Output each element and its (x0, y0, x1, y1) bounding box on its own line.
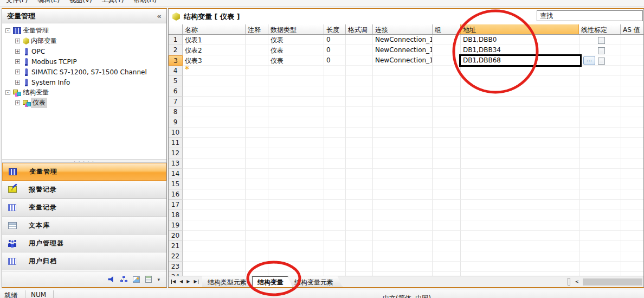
cell-datatype[interactable] (268, 66, 324, 76)
cell-linear[interactable] (579, 86, 621, 97)
cell-name[interactable] (183, 210, 246, 220)
cell-group[interactable] (433, 262, 461, 272)
row-number[interactable]: 14 (169, 169, 183, 179)
row-number[interactable]: 3 (169, 55, 183, 66)
cell-comment[interactable] (246, 220, 268, 231)
cell-name[interactable] (183, 148, 246, 158)
cell-name[interactable] (183, 117, 246, 128)
cell-name[interactable] (183, 158, 246, 169)
cell-asvalue[interactable] (621, 97, 643, 107)
row-number[interactable]: 21 (169, 241, 183, 251)
cell-connection[interactable] (373, 97, 433, 107)
column-header-comment[interactable]: 注释 (246, 24, 268, 34)
cell-length[interactable] (324, 262, 346, 272)
cell-comment[interactable] (246, 251, 268, 262)
cell-format[interactable] (346, 107, 373, 117)
cell-asvalue[interactable] (621, 158, 643, 169)
cell-linear[interactable] (579, 66, 621, 76)
column-header-format[interactable]: 格式调 (346, 24, 373, 34)
tree-item[interactable]: +SIMATIC S7-1200, S7-1500 Channel (2, 67, 166, 77)
cell-length[interactable] (324, 210, 346, 220)
menu-item[interactable]: 工具(T) (97, 0, 129, 6)
cell-length[interactable] (324, 138, 346, 148)
cell-connection[interactable]: NewConnection_1 (373, 35, 433, 45)
cell-datatype[interactable]: 仪表 (268, 55, 324, 66)
cell-group[interactable] (433, 128, 461, 138)
column-header-linear[interactable]: 线性标定 (579, 24, 621, 34)
cell-connection[interactable] (373, 66, 433, 76)
column-header-datatype[interactable]: 数据类型 (268, 24, 324, 34)
row-number[interactable]: 13 (169, 158, 183, 169)
linear-scaling-checkbox[interactable] (598, 37, 605, 44)
cell-length[interactable] (324, 148, 346, 158)
sheet-tab-结构类型元素[interactable]: 结构类型元素 (202, 276, 256, 287)
row-number[interactable]: 22 (169, 251, 183, 262)
cell-name[interactable]: 仪表1 (183, 35, 246, 45)
cell-connection[interactable] (373, 220, 433, 231)
menu-item[interactable]: 文件(F) (1, 0, 33, 6)
cell-address[interactable] (461, 148, 579, 158)
cell-comment[interactable] (246, 169, 268, 179)
cell-connection[interactable] (373, 262, 433, 272)
cell-format[interactable] (346, 262, 373, 272)
cell-format[interactable] (346, 117, 373, 128)
cell-asvalue[interactable] (621, 251, 643, 262)
cell-connection[interactable] (373, 86, 433, 97)
cell-address[interactable] (461, 76, 579, 86)
cell-format[interactable] (346, 45, 373, 55)
tree-expander-icon[interactable]: + (15, 49, 20, 54)
tree-item[interactable]: +内部变量 (2, 36, 166, 46)
column-header-num[interactable] (169, 24, 183, 34)
row-number[interactable]: 9 (169, 117, 183, 128)
cell-group[interactable] (433, 66, 461, 76)
cell-length[interactable] (324, 272, 346, 276)
cell-format[interactable] (346, 179, 373, 189)
row-number[interactable]: 24 (169, 272, 183, 276)
nav-button-文本库[interactable]: 文本库 (2, 217, 166, 234)
cell-name[interactable] (183, 86, 246, 97)
cell-name[interactable] (183, 169, 246, 179)
cell-format[interactable] (346, 200, 373, 210)
cell-datatype[interactable] (268, 158, 324, 169)
menu-item[interactable]: 帮助(H) (129, 0, 162, 6)
cell-group[interactable] (433, 169, 461, 179)
cell-asvalue[interactable] (621, 220, 643, 231)
cell-asvalue[interactable] (621, 272, 643, 276)
cell-name[interactable] (183, 76, 246, 86)
cell-address[interactable] (461, 128, 579, 138)
cell-group[interactable] (433, 189, 461, 200)
cell-linear[interactable] (579, 231, 621, 241)
cell-datatype[interactable] (268, 86, 324, 97)
cell-address[interactable] (461, 138, 579, 148)
cell-comment[interactable] (246, 45, 268, 55)
collapse-panel-icon[interactable]: « (157, 12, 162, 20)
cell-group[interactable] (433, 107, 461, 117)
cell-connection[interactable] (373, 169, 433, 179)
cell-datatype[interactable] (268, 189, 324, 200)
cell-asvalue[interactable] (621, 179, 643, 189)
cell-linear[interactable] (579, 76, 621, 86)
next-record-icon[interactable]: ▶ (186, 280, 190, 284)
cell-format[interactable] (346, 158, 373, 169)
tree-item[interactable]: -变量管理 (2, 26, 166, 36)
cell-connection[interactable] (373, 251, 433, 262)
cell-length[interactable] (324, 76, 346, 86)
address-browse-button[interactable]: ... (583, 56, 595, 65)
cell-format[interactable] (346, 148, 373, 158)
cell-connection[interactable] (373, 117, 433, 128)
cell-address[interactable] (461, 262, 579, 272)
row-number[interactable]: 11 (169, 138, 183, 148)
cell-asvalue[interactable] (621, 148, 643, 158)
cell-connection[interactable] (373, 158, 433, 169)
cell-format[interactable] (346, 210, 373, 220)
cell-linear[interactable] (579, 220, 621, 231)
tree-item[interactable]: +Modbus TCPIP (2, 56, 166, 67)
tab-splitter-handle[interactable] (568, 278, 570, 286)
cell-length[interactable]: 0 (324, 45, 346, 55)
cell-length[interactable] (324, 86, 346, 97)
row-number[interactable]: 17 (169, 200, 183, 210)
cell-format[interactable] (346, 189, 373, 200)
cell-comment[interactable] (246, 179, 268, 189)
nav-button-报警记录[interactable]: 报警记录 (2, 181, 166, 199)
cell-datatype[interactable]: 仪表 (268, 45, 324, 55)
